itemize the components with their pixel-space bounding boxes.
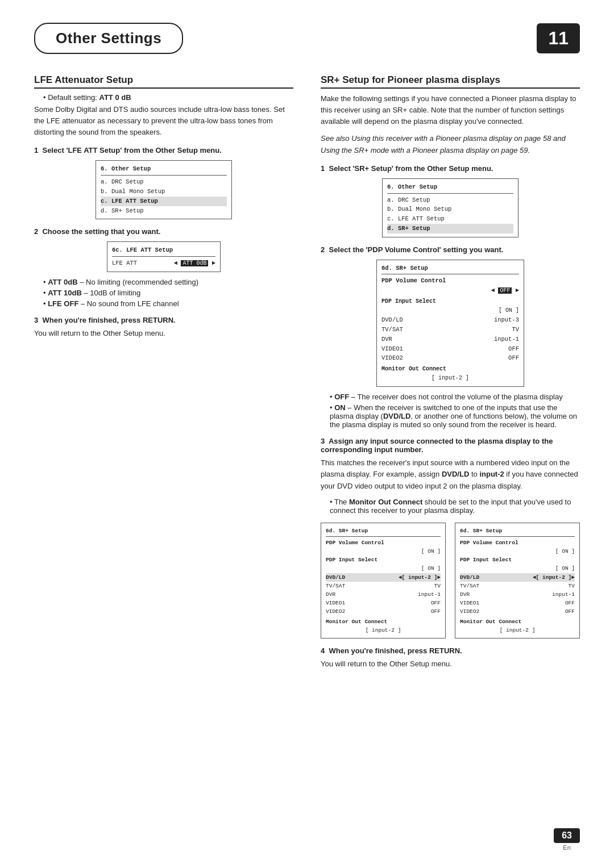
sr-screen3: 6d. SR+ Setup PDP Volume Control ◄ OFF ►… — [376, 260, 524, 387]
lfe-step2: 2 Choose the setting that you want. — [34, 227, 293, 236]
sr-italic-note: See also Using this receiver with a Pion… — [321, 133, 580, 156]
page: Other Settings 11 LFE Attenuator Setup D… — [0, 0, 614, 868]
left-column: LFE Attenuator Setup Default setting: AT… — [34, 74, 293, 345]
lfe-menu-item-dual: b. Dual Mono Setup — [101, 187, 227, 197]
page-number-area: 63 En — [554, 828, 580, 851]
pdp-vol-value-row: ◄ OFF ► — [381, 286, 519, 295]
pdp-row-v2: VIDEO2OFF — [381, 353, 519, 363]
lfe-menu-item-drc: a. DRC Setup — [101, 177, 227, 187]
lfe-default-value: ATT 0 dB — [99, 93, 131, 102]
pdp-vol-label: PDP Volume Control — [381, 276, 519, 286]
pdp-row-dvr: DVRinput-1 — [381, 335, 519, 344]
pdp-row-v1: VIDEO1OFF — [381, 344, 519, 354]
sr-dual-screen-b: 6d. SR+ Setup PDP Volume Control [ ON ] … — [455, 523, 580, 639]
sr-screen3-title: 6d. SR+ Setup — [381, 264, 519, 275]
sr-menu-lfe: c. LFE ATT Setup — [387, 214, 513, 224]
sr-menu-dual: b. Dual Mono Setup — [387, 205, 513, 214]
lfe-att-value: ◄ ATT 0dB ► — [174, 258, 215, 268]
header: Other Settings 11 — [34, 23, 580, 54]
sr-monitor-bullet: The Monitor Out Connect should be set to… — [330, 498, 580, 515]
lfe-screen2-title: 6c. LFE ATT Setup — [112, 245, 215, 257]
lfe-screen1: 6. Other Setup a. DRC Setup b. Dual Mono… — [96, 160, 232, 219]
sr-dual-screens: 6d. SR+ Setup PDP Volume Control [ ON ] … — [321, 523, 580, 639]
lfe-bullet-10db: ATT 10dB – 10dB of limiting — [43, 289, 293, 297]
monitor-out-label: Monitor Out Connect — [381, 365, 519, 374]
right-column: SR+ Setup for Pioneer plasma displays Ma… — [321, 74, 580, 675]
chapter-number: 11 — [537, 23, 580, 53]
sr-step2: 2 Select the 'PDP Volume Control' settin… — [321, 245, 580, 254]
lfe-menu-item-sr: d. SR+ Setup — [101, 206, 227, 216]
page-lang: En — [563, 844, 570, 851]
pdp-row-dvd: DVD/LDinput-3 — [381, 315, 519, 325]
page-title: Other Settings — [34, 23, 183, 54]
sr-screen1-title: 6. Other Setup — [387, 182, 513, 194]
sr-bullet-on: ON – When the receiver is switched to on… — [330, 403, 580, 429]
lfe-intro: Some Dolby Digital and DTS audio sources… — [34, 104, 293, 138]
monitor-out-value: [ input-2 ] — [381, 374, 519, 383]
main-content: LFE Attenuator Setup Default setting: AT… — [34, 74, 580, 675]
pdp-on-bracket: [ ON ] — [381, 306, 519, 315]
lfe-bullets: ATT 0dB – No limiting (recommended setti… — [34, 278, 293, 308]
lfe-step3-sub: You will return to the Other Setup menu. — [34, 328, 293, 339]
lfe-att-label: LFE ATT — [112, 258, 137, 268]
lfe-default-note: Default setting: ATT 0 dB — [43, 93, 293, 102]
sr-menu-drc: a. DRC Setup — [387, 195, 513, 205]
lfe-step1: 1 Select 'LFE ATT Setup' from the Other … — [34, 146, 293, 155]
sr-dual-screen-a: 6d. SR+ Setup PDP Volume Control [ ON ] … — [321, 523, 446, 639]
lfe-bullet-off: LFE OFF – No sound from LFE channel — [43, 299, 293, 308]
sr-screen1: 6. Other Setup a. DRC Setup b. Dual Mono… — [382, 178, 518, 237]
lfe-section-title: LFE Attenuator Setup — [34, 74, 293, 89]
sr-step4-sub: You will return to the Other Setup menu. — [321, 658, 580, 670]
lfe-screen1-title: 6. Other Setup — [101, 164, 227, 176]
sr-step1: 1 Select 'SR+ Setup' from the Other Setu… — [321, 164, 580, 173]
lfe-screen2: 6c. LFE ATT Setup LFE ATT ◄ ATT 0dB ► — [107, 241, 221, 272]
sr-menu-sr: d. SR+ Setup — [387, 224, 513, 233]
sr-step4: 4 When you're finished, press RETURN. — [321, 646, 580, 655]
sr-step3-text: This matches the receiver's input source… — [321, 457, 580, 491]
sr-step3-heading: 3 Assign any input source connected to t… — [321, 437, 580, 454]
lfe-menu-item-lfe: c. LFE ATT Setup — [101, 197, 227, 206]
pdp-input-label: PDP Input Select — [381, 297, 519, 306]
pdp-row-tv: TV/SATTV — [381, 325, 519, 335]
sr-section-title: SR+ Setup for Pioneer plasma displays — [321, 74, 580, 89]
lfe-bullet-0db: ATT 0dB – No limiting (recommended setti… — [43, 278, 293, 286]
sr-bullets: OFF – The receiver does not control the … — [321, 393, 580, 429]
lfe-att-row: LFE ATT ◄ ATT 0dB ► — [112, 258, 215, 268]
sr-bullet-off: OFF – The receiver does not control the … — [330, 393, 580, 401]
lfe-step3: 3 When you're finished, press RETURN. — [34, 316, 293, 324]
page-number-box: 63 — [554, 828, 580, 843]
sr-intro: Make the following settings if you have … — [321, 93, 580, 127]
